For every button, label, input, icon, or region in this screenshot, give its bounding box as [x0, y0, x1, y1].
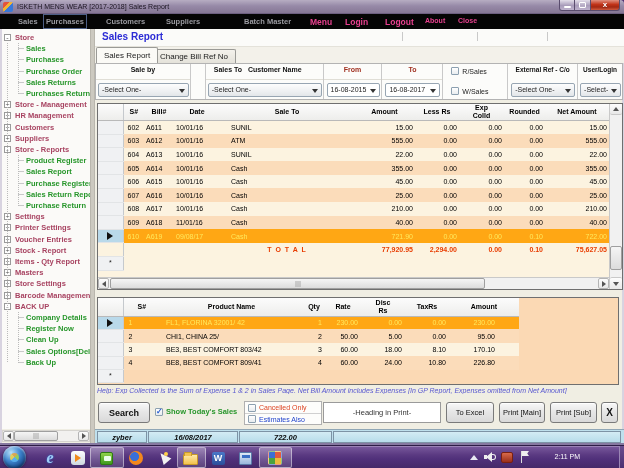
grid-row-4[interactable]: 4BE8, BEST COMFORT 809/41460.0024.0010.8… [98, 356, 519, 369]
row-header[interactable] [98, 121, 123, 135]
to-date-picker[interactable]: 16-08-2017 [385, 83, 440, 97]
grid-row-606[interactable]: 606A61510/01/16Cash45.000.000.000.0045.0… [98, 175, 609, 189]
column-header[interactable]: Net Amount [545, 104, 609, 121]
from-date-picker[interactable]: 16-08-2015 [327, 83, 380, 97]
menu-item-menu[interactable]: Menu [310, 17, 332, 27]
items-grid-table[interactable]: S#Product NameQtyRateDiscRsTaxRsAmount1F… [98, 298, 519, 383]
column-header[interactable]: Sale To [220, 104, 354, 121]
row-header[interactable] [98, 316, 123, 329]
sidebar-item-back-up[interactable]: -BACK UP [2, 301, 90, 312]
heading-in-print-input[interactable] [323, 402, 441, 423]
sidebar-item-purchase-order[interactable]: Purchase Order [2, 66, 90, 77]
word-icon[interactable]: W [210, 450, 226, 466]
row-header[interactable] [98, 329, 123, 342]
column-header[interactable]: ExpColld [459, 104, 504, 121]
r-sales-checkbox[interactable] [451, 67, 459, 75]
volume-button[interactable] [484, 452, 496, 462]
column-header[interactable]: Amount [449, 298, 519, 316]
menu-item-about[interactable]: About [425, 17, 445, 24]
menu-item-batch-master[interactable]: Batch Master [244, 17, 291, 26]
scroll-thumb[interactable] [14, 431, 58, 441]
column-header[interactable]: Qty [303, 298, 325, 316]
print-sub-button[interactable]: Print [Sub] [550, 402, 597, 423]
grid-row-1[interactable]: 1FL1, FLORINA 32001/ 421230.000.000.0023… [98, 316, 519, 329]
menu-item-customers[interactable]: Customers [106, 17, 145, 26]
column-header[interactable]: Product Name [160, 298, 303, 316]
column-header[interactable]: Bill# [144, 104, 174, 121]
grid-row-608[interactable]: 608A61710/01/16Cash210.000.000.000.00210… [98, 202, 609, 216]
sidebar-item-sales[interactable]: Sales [2, 43, 90, 54]
sidebar-item-store[interactable]: -Store [2, 32, 90, 43]
tab-sales-report[interactable]: Sales Report [96, 47, 158, 63]
show-desktop-button[interactable] [619, 446, 624, 468]
sidebar-item-masters[interactable]: +Masters [2, 267, 90, 278]
sidebar-item-printer-settings[interactable]: +Printer Settings [2, 222, 90, 233]
sidebar-item-hr-management[interactable]: +HR Management [2, 110, 90, 121]
minimize-button[interactable] [559, 0, 575, 11]
sidebar-item-store-reports[interactable]: -Store - Reports [2, 144, 90, 155]
sidebar-horizontal-scrollbar[interactable] [2, 430, 90, 442]
media-player-icon[interactable] [70, 450, 86, 466]
sale-by-select[interactable]: -Select One- [98, 83, 189, 97]
close-form-button[interactable]: X [601, 402, 618, 423]
menu-item-purchases[interactable]: Purchases [46, 17, 84, 26]
sidebar-item-sales-options-delete-[interactable]: Sales Options[Delete] [2, 346, 90, 357]
grid-row-609[interactable]: 609A61811/01/16Cash40.000.000.000.0040.0… [98, 216, 609, 230]
grid-row-3[interactable]: 3BE3, BEST COMFORT 803/42360.0018.008.10… [98, 343, 519, 356]
start-button[interactable] [3, 446, 26, 468]
menu-item-sales[interactable]: Sales [18, 17, 38, 26]
menu-item-login[interactable]: Login [345, 17, 368, 27]
sales-grid-horizontal-scrollbar[interactable] [98, 277, 609, 289]
column-header[interactable]: Rate [325, 298, 361, 316]
estimates-also-checkbox[interactable] [248, 415, 256, 423]
scroll-right-button[interactable] [598, 278, 609, 289]
scroll-left-button[interactable] [98, 278, 109, 289]
sidebar-item-clean-up[interactable]: Clean Up [2, 334, 90, 345]
row-header[interactable] [98, 188, 123, 202]
grid-row-604[interactable]: 604A61310/01/16SUNIL22.000.000.000.0022.… [98, 148, 609, 162]
cursor-tool-icon[interactable] [154, 450, 170, 466]
sidebar-item-customers[interactable]: +Customers [2, 122, 90, 133]
show-hidden-icons-button[interactable] [470, 455, 478, 460]
firefox-icon[interactable] [128, 450, 144, 466]
sidebar-item-sales-return-report[interactable]: Sales Return Report [2, 189, 90, 200]
sidebar-item-purchase-return[interactable]: Purchase Return [2, 200, 90, 211]
column-header[interactable]: TaxRs [405, 298, 449, 316]
sales-grid-vertical-scrollbar[interactable] [609, 104, 622, 289]
sales-to-select[interactable]: -Select One- [208, 83, 322, 97]
w-sales-checkbox[interactable] [451, 87, 459, 95]
column-header[interactable]: Rounded [504, 104, 545, 121]
action-center-button[interactable] [520, 451, 530, 463]
sidebar-item-store-settings[interactable]: +Store Settings [2, 278, 90, 289]
column-header[interactable]: Less Rs [415, 104, 459, 121]
folder-icon[interactable] [182, 450, 198, 466]
sidebar-item-stock-report[interactable]: +Stock - Report [2, 245, 90, 256]
sidebar-item-settings[interactable]: +Settings [2, 211, 90, 222]
to-excel-button[interactable]: To Excel [446, 402, 494, 423]
column-header[interactable]: S# [123, 104, 144, 121]
sales-grid-table[interactable]: S#Bill#DateSale ToAmountLess RsExpColldR… [98, 104, 609, 271]
sidebar-item-sales-returns[interactable]: Sales Returns [2, 77, 90, 88]
column-header[interactable]: S# [123, 298, 160, 316]
row-header[interactable] [98, 202, 123, 216]
row-header[interactable] [98, 343, 123, 356]
search-button[interactable]: Search [98, 402, 150, 423]
maximize-button[interactable] [575, 0, 591, 11]
titlebar[interactable]: ISKETH MENS WEAR [2017-2018] Sales Repor… [0, 0, 624, 14]
menu-item-logout[interactable]: Logout [385, 17, 414, 27]
user-login-select[interactable]: -Select- [580, 83, 621, 97]
column-header[interactable]: Date [174, 104, 220, 121]
sidebar-item-purchases[interactable]: Purchases [2, 54, 90, 65]
clock[interactable]: 2:11 PM [554, 453, 580, 460]
show-today-sales-checkbox[interactable] [155, 408, 163, 416]
sidebar-item-voucher-entries[interactable]: +Voucher Entries [2, 234, 90, 245]
sidebar-item-barcode-management[interactable]: +Barcode Management [2, 290, 90, 301]
row-header[interactable] [98, 175, 123, 189]
cancelled-only-checkbox[interactable] [248, 404, 256, 412]
color-app-icon[interactable] [267, 450, 283, 466]
new-row[interactable]: * [98, 256, 609, 270]
sidebar-item-store-management[interactable]: +Store - Management [2, 99, 90, 110]
sidebar-item-product-register[interactable]: Product Register [2, 155, 90, 166]
scroll-up-button[interactable] [610, 104, 622, 115]
grid-row-605[interactable]: 605A61410/01/16Cash355.000.000.000.00355… [98, 161, 609, 175]
